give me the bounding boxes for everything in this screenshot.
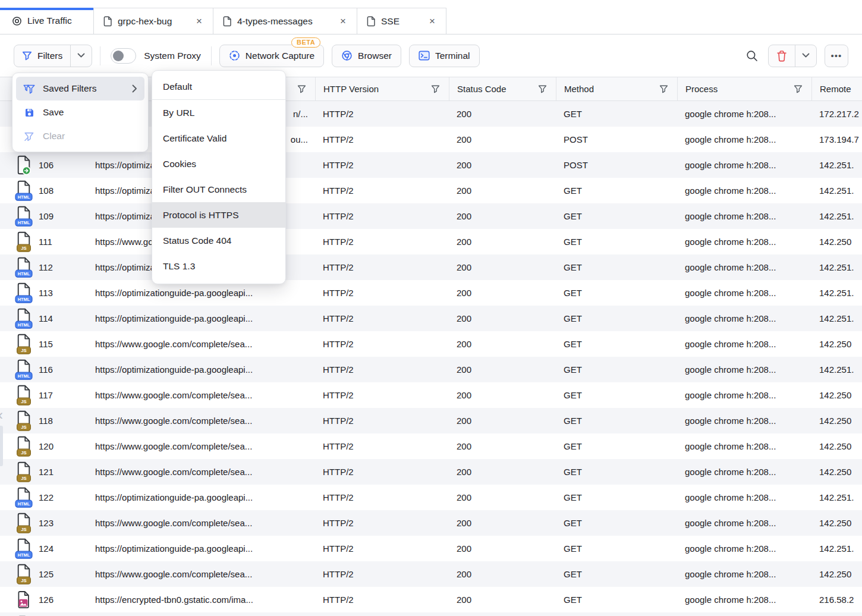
table-row-106[interactable]: 106https://optimizationguide-pa.googleap… [0, 152, 862, 178]
tab-4-types-messages[interactable]: 4-types-messages× [213, 8, 357, 34]
cell-url: https://optimizationguide-pa.googleapi..… [95, 536, 315, 561]
cell-id: 113 [36, 280, 95, 306]
table-row-121[interactable]: JS121https://www.google.com/complete/sea… [0, 459, 862, 485]
cell-remote: 142.250 [811, 408, 862, 433]
cell-process: google chrome h:208... [677, 203, 811, 229]
cell-icon: HTML [0, 357, 36, 382]
cell-id: 121 [36, 459, 95, 485]
table-row-109[interactable]: HTML109https://optimizationguide-pa.goog… [0, 203, 862, 229]
svg-text:JS: JS [21, 425, 27, 430]
column-header-http-version[interactable]: HTTP Version [315, 77, 449, 100]
submenu-item-filter-out-connects[interactable]: Filter OUT Connects [152, 177, 285, 202]
cell-process: google chrome h:208... [677, 510, 811, 536]
cell-icon [0, 152, 36, 178]
table-row-120[interactable]: JS120https://www.google.com/complete/sea… [0, 433, 862, 459]
cell-method: POST [556, 152, 677, 178]
submenu-item-label: Protocol is HTTPS [163, 210, 238, 221]
close-tab-icon[interactable]: × [195, 16, 203, 26]
table-row-114[interactable]: HTML114https://optimizationguide-pa.goog… [0, 306, 862, 331]
submenu-item-by-url[interactable]: By URL [152, 100, 285, 125]
cell-remote: 142.250 [811, 459, 862, 485]
table-row-125[interactable]: JS125https://www.google.com/complete/sea… [0, 561, 862, 587]
column-filter-icon[interactable] [794, 84, 803, 93]
table-row-116[interactable]: HTML116https://optimizationguide-pa.goog… [0, 357, 862, 382]
table-row-112[interactable]: HTML112https://optimizationguide-pa.goog… [0, 254, 862, 280]
table-row-117[interactable]: JS117https://www.google.com/complete/sea… [0, 382, 862, 408]
column-header-status-code[interactable]: Status Code [449, 77, 556, 100]
menu-item-saved-filters[interactable]: Saved Filters [16, 77, 144, 100]
table-row-115[interactable]: JS115https://www.google.com/complete/sea… [0, 331, 862, 357]
left-drawer-handle[interactable] [0, 426, 3, 466]
svg-text:HTML: HTML [18, 220, 30, 225]
cell-http-version: HTTP/2 [315, 561, 449, 587]
column-filter-icon[interactable] [431, 84, 440, 93]
cell-process: google chrome h:208... [677, 254, 811, 280]
cell-process: google chrome h:208... [677, 101, 811, 127]
close-tab-icon[interactable]: × [428, 16, 436, 26]
tab-grpc-hex-bug[interactable]: grpc-hex-bug× [94, 8, 213, 34]
column-filter-icon[interactable] [297, 84, 306, 93]
table-row-118[interactable]: JS118https://www.google.com/complete/sea… [0, 408, 862, 433]
system-proxy-toggle[interactable] [111, 48, 136, 64]
menu-item-save[interactable]: Save [16, 100, 144, 124]
menu-item-clear: Clear [16, 124, 144, 148]
submenu-item-cookies[interactable]: Cookies [152, 151, 285, 177]
cell-id: 116 [36, 357, 95, 382]
cell-icon: HTML [0, 485, 36, 510]
search-button[interactable] [744, 48, 760, 64]
cell-url: https://www.google.com/complete/sea... [95, 433, 315, 459]
cell-process: google chrome h:208... [677, 357, 811, 382]
close-tab-icon[interactable]: × [339, 16, 347, 26]
cell-process: google chrome h:208... [677, 587, 811, 612]
column-label: Remote [820, 84, 851, 94]
filters-button[interactable]: Filters [14, 45, 70, 67]
table-row-111[interactable]: JS111https://www.google.com/complete/sea… [0, 229, 862, 254]
cell-process: google chrome h:208... [677, 433, 811, 459]
table-row[interactable] [0, 612, 862, 616]
table-row-113[interactable]: HTML113https://optimizationguide-pa.goog… [0, 280, 862, 306]
table-row-126[interactable]: 126https://encrypted-tbn0.gstatic.com/im… [0, 587, 862, 612]
cell-id: 109 [36, 203, 95, 229]
terminal-button[interactable]: Terminal [409, 45, 480, 67]
save-icon [23, 108, 35, 118]
column-filter-icon[interactable] [659, 84, 668, 93]
cell-status-code: 200 [449, 485, 556, 510]
cell-remote: 142.250 [811, 561, 862, 587]
clear-traffic-button[interactable] [769, 45, 795, 67]
column-filter-icon[interactable] [538, 84, 547, 93]
panel-collapse-arrow[interactable]: ‹ [0, 407, 3, 423]
cell-process: google chrome h:208... [677, 306, 811, 331]
tab-sse[interactable]: SSE× [357, 8, 446, 34]
table-row-108[interactable]: HTML108https://optimizationguide-pa.goog… [0, 178, 862, 203]
browser-button[interactable]: Browser [332, 45, 401, 67]
cell-process: google chrome h:208... [677, 127, 811, 152]
cell-process: google chrome h:208... [677, 178, 811, 203]
submenu-item-status-code-404[interactable]: Status Code 404 [152, 228, 285, 253]
document-icon [223, 16, 232, 27]
table-row-122[interactable]: HTML122https://optimizationguide-pa.goog… [0, 485, 862, 510]
more-options-button[interactable]: ••• [825, 45, 848, 67]
column-header-process[interactable]: Process [677, 77, 811, 100]
svg-text:HTML: HTML [18, 552, 30, 558]
filters-dropdown-button[interactable] [70, 45, 92, 67]
cell-icon: JS [0, 510, 36, 536]
svg-text:JS: JS [21, 578, 27, 583]
tab-live-traffic[interactable]: Live Traffic [0, 8, 94, 34]
submenu-item-certificate-valid[interactable]: Certificate Valid [152, 125, 285, 151]
submenu-item-label: Certificate Valid [163, 133, 226, 144]
submenu-item-tls-1-3[interactable]: TLS 1.3 [152, 253, 285, 279]
network-capture-icon [229, 50, 240, 61]
network-capture-button[interactable]: Network Capture [219, 45, 324, 67]
cell-status-code: 200 [449, 536, 556, 561]
submenu-item-protocol-is-https[interactable]: Protocol is HTTPS [152, 202, 285, 228]
column-header-remote[interactable]: Remote [811, 77, 862, 100]
submenu-item-default[interactable]: Default [152, 74, 285, 99]
cell-url: https://www.google.com/complete/sea... [95, 459, 315, 485]
cell-status-code: 200 [449, 561, 556, 587]
column-header-method[interactable]: Method [556, 77, 677, 100]
cell-icon: HTML [0, 306, 36, 331]
clear-traffic-dropdown-button[interactable] [795, 45, 816, 67]
table-row-124[interactable]: HTML124https://optimizationguide-pa.goog… [0, 536, 862, 561]
cell-id: 120 [36, 433, 95, 459]
table-row-123[interactable]: JS123https://www.google.com/complete/sea… [0, 510, 862, 536]
